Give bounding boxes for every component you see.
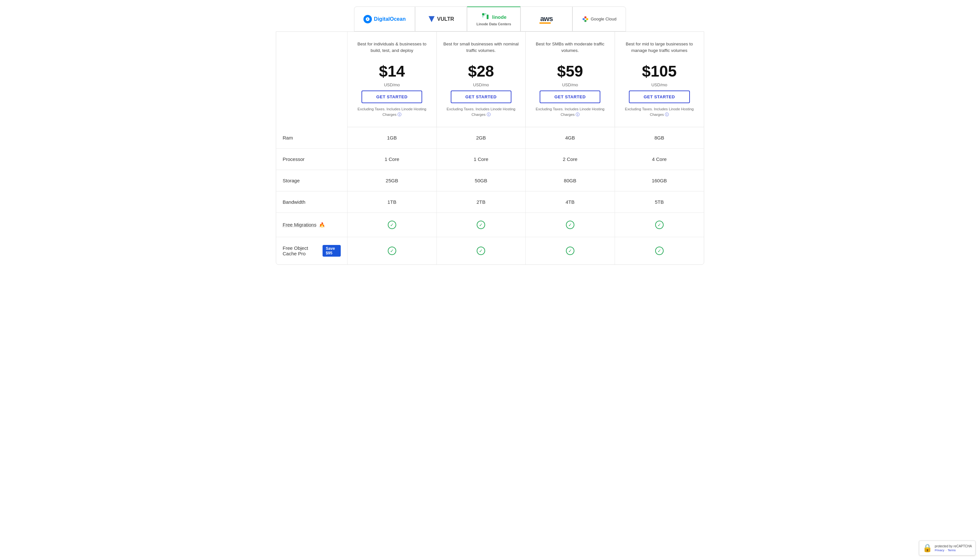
feature-row-storage: Storage 25GB 50GB 80GB 160GB — [276, 170, 704, 192]
plan-card-2: Best for small businesses with nominal t… — [437, 32, 526, 127]
linode-name: linode — [492, 14, 507, 20]
feature-val-ram-4: 8GB — [615, 127, 704, 148]
vultr-icon — [428, 15, 435, 23]
plan-3-note: Excluding Taxes. Includes Linode Hosting… — [532, 107, 608, 118]
feature-val-cache-1: ✓ — [348, 237, 437, 265]
feature-val-ram-1: 1GB — [348, 127, 437, 148]
plan-cards-row: Best for individuals & businesses to bui… — [348, 32, 704, 127]
tab-googlecloud[interactable]: Google Cloud — [572, 7, 626, 32]
plan-4-period: USD/mo — [651, 82, 667, 87]
plan-1-desc: Best for individuals & businesses to bui… — [354, 41, 430, 60]
plan-4-note: Excluding Taxes. Includes Linode Hosting… — [622, 107, 698, 118]
check-icon-cache-2: ✓ — [477, 247, 485, 255]
feature-val-stor-4: 160GB — [615, 170, 704, 191]
feature-label-bandwidth: Bandwidth — [276, 192, 348, 213]
feature-row-migrations: Free Migrations 🔥 ✓ ✓ ✓ ✓ — [276, 213, 704, 237]
feature-val-bw-2: 2TB — [437, 192, 526, 213]
feature-val-cache-2: ✓ — [437, 237, 526, 265]
plan-1-cta[interactable]: GET STARTED — [362, 90, 422, 103]
feature-val-bw-4: 5TB — [615, 192, 704, 213]
feature-val-stor-2: 50GB — [437, 170, 526, 191]
plan-2-desc: Best for small businesses with nominal t… — [443, 41, 519, 60]
feature-label-processor: Processor — [276, 148, 348, 170]
feature-row-bandwidth: Bandwidth 1TB 2TB 4TB 5TB — [276, 192, 704, 213]
check-icon-mig-3: ✓ — [566, 221, 574, 229]
linode-icon — [481, 12, 490, 22]
vultr-label: VULTR — [437, 16, 454, 22]
check-icon-mig-4: ✓ — [655, 221, 663, 229]
plan-2-note: Excluding Taxes. Includes Linode Hosting… — [443, 107, 519, 118]
fire-emoji: 🔥 — [319, 222, 325, 228]
google-cloud-icon — [582, 15, 589, 23]
plan-2-price: $28 — [468, 63, 494, 79]
feature-val-ram-2: 2GB — [437, 127, 526, 148]
feature-row-ram: Ram 1GB 2GB 4GB 8GB — [276, 127, 704, 148]
page-wrapper: DigitalOcean VULTR — [263, 0, 717, 284]
plan-card-1: Best for individuals & businesses to bui… — [348, 32, 437, 127]
feature-label-migrations[interactable]: Free Migrations 🔥 — [276, 213, 348, 237]
tab-linode[interactable]: linode Linode Data Centers — [467, 7, 520, 32]
feature-label-storage: Storage — [276, 170, 348, 191]
feature-row-processor: Processor 1 Core 1 Core 2 Core 4 Core — [276, 148, 704, 170]
svg-rect-2 — [485, 13, 486, 15]
plan-1-price: $14 — [379, 63, 405, 79]
plan-3-desc: Best for SMBs with moderate traffic volu… — [532, 41, 608, 60]
plan-3-period: USD/mo — [562, 82, 578, 87]
svg-point-7 — [586, 18, 588, 20]
provider-tabs: DigitalOcean VULTR — [276, 7, 704, 32]
check-icon-cache-1: ✓ — [388, 247, 396, 255]
feature-val-mig-1: ✓ — [348, 213, 437, 237]
svg-point-8 — [585, 20, 587, 22]
feature-label-ram: Ram — [276, 127, 348, 148]
feature-label-cache: Free Object Cache Pro Save $95 — [276, 237, 348, 265]
feature-val-cache-3: ✓ — [526, 237, 615, 265]
feature-val-proc-3: 2 Core — [526, 148, 615, 170]
corner-empty — [276, 32, 348, 127]
do-circle-icon — [363, 15, 372, 23]
tab-digitalocean[interactable]: DigitalOcean — [354, 7, 415, 32]
plan-3-price: $59 — [557, 63, 583, 79]
plan-2-period: USD/mo — [473, 82, 489, 87]
aws-logo: aws — [539, 15, 553, 24]
feature-val-proc-4: 4 Core — [615, 148, 704, 170]
aws-text: aws — [540, 15, 553, 23]
feature-val-cache-4: ✓ — [615, 237, 704, 265]
feature-val-ram-3: 4GB — [526, 127, 615, 148]
linode-logo: linode Linode Data Centers — [477, 12, 511, 26]
plan-card-4: Best for mid to large businesses to mana… — [615, 32, 704, 127]
plan-4-price: $105 — [642, 63, 677, 79]
feature-val-proc-1: 1 Core — [348, 148, 437, 170]
google-cloud-label: Google Cloud — [591, 17, 617, 22]
do-label: DigitalOcean — [374, 16, 406, 22]
vultr-logo: VULTR — [428, 15, 454, 23]
feature-val-proc-2: 1 Core — [437, 148, 526, 170]
google-cloud-logo: Google Cloud — [582, 15, 617, 23]
feature-val-bw-3: 4TB — [526, 192, 615, 213]
svg-point-5 — [582, 18, 585, 20]
linode-subtitle: Linode Data Centers — [477, 22, 511, 26]
feature-val-mig-4: ✓ — [615, 213, 704, 237]
check-icon-cache-3: ✓ — [566, 247, 574, 255]
svg-marker-0 — [429, 16, 435, 22]
feature-val-stor-3: 80GB — [526, 170, 615, 191]
plan-card-3: Best for SMBs with moderate traffic volu… — [526, 32, 615, 127]
feature-val-stor-1: 25GB — [348, 170, 437, 191]
check-icon-mig-1: ✓ — [388, 221, 396, 229]
plan-1-period: USD/mo — [384, 82, 400, 87]
plan-4-cta[interactable]: GET STARTED — [629, 90, 690, 103]
save-badge: Save $95 — [323, 245, 341, 257]
feature-row-cache: Free Object Cache Pro Save $95 ✓ ✓ ✓ ✓ — [276, 237, 704, 265]
digitalocean-logo: DigitalOcean — [363, 15, 406, 23]
check-icon-mig-2: ✓ — [477, 221, 485, 229]
svg-point-6 — [585, 16, 587, 18]
svg-rect-4 — [487, 15, 488, 19]
feature-val-mig-3: ✓ — [526, 213, 615, 237]
plan-2-cta[interactable]: GET STARTED — [451, 90, 512, 103]
svg-rect-1 — [482, 13, 484, 15]
check-icon-cache-4: ✓ — [655, 247, 663, 255]
tab-vultr[interactable]: VULTR — [415, 7, 467, 32]
plan-3-cta[interactable]: GET STARTED — [540, 90, 600, 103]
aws-underline-bar — [539, 22, 553, 24]
tab-aws[interactable]: aws — [520, 7, 572, 32]
svg-rect-3 — [482, 16, 483, 17]
